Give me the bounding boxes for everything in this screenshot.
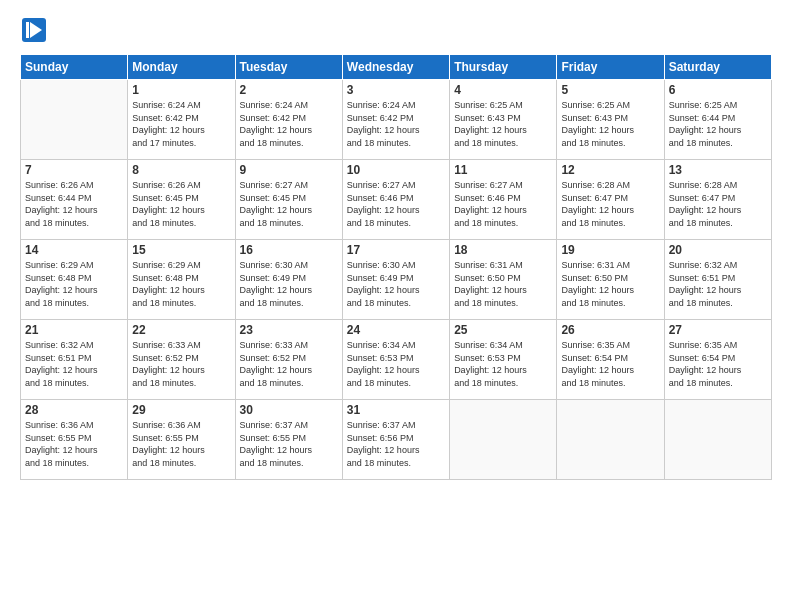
day-info: Sunrise: 6:27 AM Sunset: 6:46 PM Dayligh… (454, 179, 552, 229)
day-number: 4 (454, 83, 552, 97)
page: SundayMondayTuesdayWednesdayThursdayFrid… (0, 0, 792, 612)
day-info: Sunrise: 6:31 AM Sunset: 6:50 PM Dayligh… (561, 259, 659, 309)
calendar-cell: 21Sunrise: 6:32 AM Sunset: 6:51 PM Dayli… (21, 320, 128, 400)
day-number: 20 (669, 243, 767, 257)
day-number: 18 (454, 243, 552, 257)
day-number: 9 (240, 163, 338, 177)
calendar-header-friday: Friday (557, 55, 664, 80)
calendar-cell: 20Sunrise: 6:32 AM Sunset: 6:51 PM Dayli… (664, 240, 771, 320)
calendar-cell: 22Sunrise: 6:33 AM Sunset: 6:52 PM Dayli… (128, 320, 235, 400)
day-number: 15 (132, 243, 230, 257)
calendar-header-tuesday: Tuesday (235, 55, 342, 80)
calendar-header-monday: Monday (128, 55, 235, 80)
calendar-cell: 6Sunrise: 6:25 AM Sunset: 6:44 PM Daylig… (664, 80, 771, 160)
logo (20, 16, 50, 44)
day-info: Sunrise: 6:29 AM Sunset: 6:48 PM Dayligh… (25, 259, 123, 309)
day-number: 28 (25, 403, 123, 417)
day-info: Sunrise: 6:30 AM Sunset: 6:49 PM Dayligh… (347, 259, 445, 309)
day-number: 14 (25, 243, 123, 257)
day-number: 24 (347, 323, 445, 337)
day-info: Sunrise: 6:32 AM Sunset: 6:51 PM Dayligh… (669, 259, 767, 309)
day-number: 22 (132, 323, 230, 337)
calendar-cell: 12Sunrise: 6:28 AM Sunset: 6:47 PM Dayli… (557, 160, 664, 240)
calendar-cell: 29Sunrise: 6:36 AM Sunset: 6:55 PM Dayli… (128, 400, 235, 480)
day-number: 3 (347, 83, 445, 97)
calendar-cell: 15Sunrise: 6:29 AM Sunset: 6:48 PM Dayli… (128, 240, 235, 320)
calendar-header-sunday: Sunday (21, 55, 128, 80)
calendar-cell (450, 400, 557, 480)
day-info: Sunrise: 6:24 AM Sunset: 6:42 PM Dayligh… (240, 99, 338, 149)
day-number: 1 (132, 83, 230, 97)
day-info: Sunrise: 6:26 AM Sunset: 6:45 PM Dayligh… (132, 179, 230, 229)
day-number: 30 (240, 403, 338, 417)
calendar-cell: 23Sunrise: 6:33 AM Sunset: 6:52 PM Dayli… (235, 320, 342, 400)
day-info: Sunrise: 6:25 AM Sunset: 6:43 PM Dayligh… (454, 99, 552, 149)
day-info: Sunrise: 6:25 AM Sunset: 6:44 PM Dayligh… (669, 99, 767, 149)
calendar-cell (557, 400, 664, 480)
calendar-cell: 2Sunrise: 6:24 AM Sunset: 6:42 PM Daylig… (235, 80, 342, 160)
calendar-cell: 27Sunrise: 6:35 AM Sunset: 6:54 PM Dayli… (664, 320, 771, 400)
calendar-cell: 1Sunrise: 6:24 AM Sunset: 6:42 PM Daylig… (128, 80, 235, 160)
day-info: Sunrise: 6:28 AM Sunset: 6:47 PM Dayligh… (561, 179, 659, 229)
day-number: 6 (669, 83, 767, 97)
day-number: 19 (561, 243, 659, 257)
day-number: 23 (240, 323, 338, 337)
day-info: Sunrise: 6:24 AM Sunset: 6:42 PM Dayligh… (347, 99, 445, 149)
day-info: Sunrise: 6:37 AM Sunset: 6:55 PM Dayligh… (240, 419, 338, 469)
calendar-cell: 16Sunrise: 6:30 AM Sunset: 6:49 PM Dayli… (235, 240, 342, 320)
calendar-cell: 31Sunrise: 6:37 AM Sunset: 6:56 PM Dayli… (342, 400, 449, 480)
day-info: Sunrise: 6:26 AM Sunset: 6:44 PM Dayligh… (25, 179, 123, 229)
day-info: Sunrise: 6:27 AM Sunset: 6:46 PM Dayligh… (347, 179, 445, 229)
day-info: Sunrise: 6:34 AM Sunset: 6:53 PM Dayligh… (454, 339, 552, 389)
day-info: Sunrise: 6:31 AM Sunset: 6:50 PM Dayligh… (454, 259, 552, 309)
day-info: Sunrise: 6:33 AM Sunset: 6:52 PM Dayligh… (240, 339, 338, 389)
calendar-header-row: SundayMondayTuesdayWednesdayThursdayFrid… (21, 55, 772, 80)
day-info: Sunrise: 6:27 AM Sunset: 6:45 PM Dayligh… (240, 179, 338, 229)
day-number: 27 (669, 323, 767, 337)
day-number: 11 (454, 163, 552, 177)
day-info: Sunrise: 6:35 AM Sunset: 6:54 PM Dayligh… (669, 339, 767, 389)
calendar-cell: 11Sunrise: 6:27 AM Sunset: 6:46 PM Dayli… (450, 160, 557, 240)
calendar-week-4: 28Sunrise: 6:36 AM Sunset: 6:55 PM Dayli… (21, 400, 772, 480)
day-number: 16 (240, 243, 338, 257)
calendar-header-thursday: Thursday (450, 55, 557, 80)
day-number: 29 (132, 403, 230, 417)
day-number: 31 (347, 403, 445, 417)
day-info: Sunrise: 6:36 AM Sunset: 6:55 PM Dayligh… (132, 419, 230, 469)
day-info: Sunrise: 6:34 AM Sunset: 6:53 PM Dayligh… (347, 339, 445, 389)
day-number: 10 (347, 163, 445, 177)
calendar-week-0: 1Sunrise: 6:24 AM Sunset: 6:42 PM Daylig… (21, 80, 772, 160)
calendar-cell: 7Sunrise: 6:26 AM Sunset: 6:44 PM Daylig… (21, 160, 128, 240)
day-info: Sunrise: 6:32 AM Sunset: 6:51 PM Dayligh… (25, 339, 123, 389)
calendar-week-1: 7Sunrise: 6:26 AM Sunset: 6:44 PM Daylig… (21, 160, 772, 240)
calendar-cell: 8Sunrise: 6:26 AM Sunset: 6:45 PM Daylig… (128, 160, 235, 240)
calendar-cell: 26Sunrise: 6:35 AM Sunset: 6:54 PM Dayli… (557, 320, 664, 400)
calendar-cell: 30Sunrise: 6:37 AM Sunset: 6:55 PM Dayli… (235, 400, 342, 480)
calendar-cell: 17Sunrise: 6:30 AM Sunset: 6:49 PM Dayli… (342, 240, 449, 320)
day-number: 7 (25, 163, 123, 177)
day-number: 21 (25, 323, 123, 337)
svg-rect-2 (26, 22, 29, 38)
day-info: Sunrise: 6:28 AM Sunset: 6:47 PM Dayligh… (669, 179, 767, 229)
calendar-cell: 28Sunrise: 6:36 AM Sunset: 6:55 PM Dayli… (21, 400, 128, 480)
day-info: Sunrise: 6:30 AM Sunset: 6:49 PM Dayligh… (240, 259, 338, 309)
calendar-header-wednesday: Wednesday (342, 55, 449, 80)
calendar-header-saturday: Saturday (664, 55, 771, 80)
calendar-cell: 5Sunrise: 6:25 AM Sunset: 6:43 PM Daylig… (557, 80, 664, 160)
day-info: Sunrise: 6:29 AM Sunset: 6:48 PM Dayligh… (132, 259, 230, 309)
day-info: Sunrise: 6:25 AM Sunset: 6:43 PM Dayligh… (561, 99, 659, 149)
day-number: 2 (240, 83, 338, 97)
calendar-cell: 3Sunrise: 6:24 AM Sunset: 6:42 PM Daylig… (342, 80, 449, 160)
day-number: 13 (669, 163, 767, 177)
day-info: Sunrise: 6:36 AM Sunset: 6:55 PM Dayligh… (25, 419, 123, 469)
calendar-cell: 14Sunrise: 6:29 AM Sunset: 6:48 PM Dayli… (21, 240, 128, 320)
calendar-cell (21, 80, 128, 160)
day-info: Sunrise: 6:33 AM Sunset: 6:52 PM Dayligh… (132, 339, 230, 389)
day-info: Sunrise: 6:35 AM Sunset: 6:54 PM Dayligh… (561, 339, 659, 389)
header (20, 16, 772, 44)
calendar-week-3: 21Sunrise: 6:32 AM Sunset: 6:51 PM Dayli… (21, 320, 772, 400)
day-number: 5 (561, 83, 659, 97)
logo-icon (20, 16, 48, 44)
day-number: 8 (132, 163, 230, 177)
calendar-cell: 9Sunrise: 6:27 AM Sunset: 6:45 PM Daylig… (235, 160, 342, 240)
